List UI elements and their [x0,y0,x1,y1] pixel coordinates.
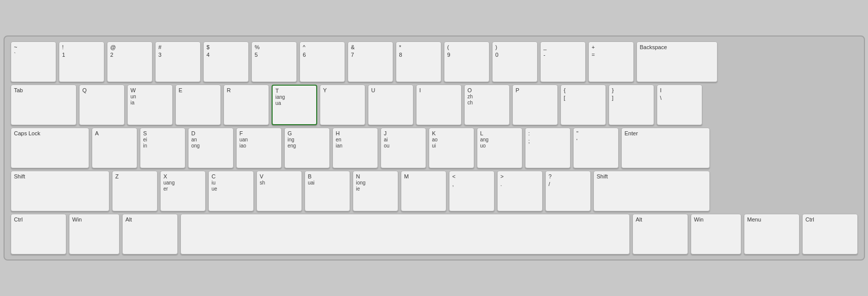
keyboard-row-row5: CtrlWinAltAltWinMenuCtrl [11,214,858,254]
key-0[interactable]: )0 [492,42,538,82]
key-tilde[interactable]: ~` [11,42,56,82]
key-ctrl-l[interactable]: Ctrl [11,214,66,254]
key-v[interactable]: Vsh [256,171,302,211]
keyboard-row-row1: ~`!1@2#3$4%5^6&7*8(9)0_-+=Backspace [11,42,858,82]
key-period[interactable]: >. [497,171,543,211]
key-alt-r[interactable]: Alt [632,214,688,254]
key-minus[interactable]: _- [540,42,586,82]
key-i[interactable]: I [416,85,462,125]
key-2[interactable]: @2 [107,42,153,82]
key-backspace[interactable]: Backspace [636,42,718,82]
key-d[interactable]: Dan ong [188,128,234,168]
key-r[interactable]: R [223,85,269,125]
key-t[interactable]: Tiang ua [272,85,317,125]
key-a[interactable]: A [92,128,137,168]
key-slash[interactable]: ?/ [545,171,591,211]
key-comma[interactable]: <, [449,171,495,211]
keyboard-row-row3: Caps LockASei inDan ongFuan iaoGing engH… [11,128,858,168]
key-equals[interactable]: += [588,42,634,82]
key-n[interactable]: Niong ie [353,171,398,211]
key-k[interactable]: Kao ui [429,128,474,168]
key-4[interactable]: $4 [203,42,249,82]
key-quote[interactable]: "' [573,128,619,168]
keyboard: ~`!1@2#3$4%5^6&7*8(9)0_-+=BackspaceTabQW… [4,35,865,261]
key-rbracket[interactable]: }] [609,85,654,125]
key-q[interactable]: Q [79,85,125,125]
keyboard-row-row2: TabQWun iaERTiang uaYUIOzh chP{[}]I\ [11,85,858,125]
key-m[interactable]: M [401,171,446,211]
key-o[interactable]: Ozh ch [464,85,510,125]
key-lbracket[interactable]: {[ [560,85,606,125]
key-backslash[interactable]: I\ [657,85,702,125]
key-win-l[interactable]: Win [69,214,120,254]
key-s[interactable]: Sei in [140,128,185,168]
key-w[interactable]: Wun ia [127,85,173,125]
key-p[interactable]: P [512,85,558,125]
key-z[interactable]: Z [112,171,158,211]
key-1[interactable]: !1 [59,42,104,82]
key-semicolon[interactable]: :; [525,128,571,168]
key-j[interactable]: Jai ou [381,128,426,168]
key-u[interactable]: U [368,85,413,125]
key-b[interactable]: Buai [305,171,350,211]
key-5[interactable]: %5 [251,42,297,82]
key-y[interactable]: Y [320,85,365,125]
key-8[interactable]: *8 [396,42,441,82]
key-shift-l[interactable]: Shift [11,171,109,211]
keyboard-row-row4: ShiftZXuang erCiu ueVshBuaiNiong ieM<,>.… [11,171,858,211]
key-capslock[interactable]: Caps Lock [11,128,89,168]
key-g[interactable]: Ging eng [284,128,330,168]
key-e[interactable]: E [175,85,221,125]
key-f[interactable]: Fuan iao [236,128,282,168]
key-tab[interactable]: Tab [11,85,77,125]
key-ctrl-r[interactable]: Ctrl [802,214,858,254]
key-6[interactable]: ^6 [299,42,345,82]
key-c[interactable]: Ciu ue [208,171,254,211]
key-h[interactable]: Hen ian [332,128,378,168]
key-win-r[interactable]: Win [691,214,741,254]
key-l[interactable]: Lang uo [477,128,522,168]
key-space[interactable] [180,214,630,254]
key-menu[interactable]: Menu [744,214,800,254]
key-alt-l[interactable]: Alt [122,214,178,254]
key-shift-r[interactable]: Shift [593,171,710,211]
key-9[interactable]: (9 [444,42,489,82]
key-3[interactable]: #3 [155,42,201,82]
key-7[interactable]: &7 [348,42,393,82]
key-enter[interactable]: Enter [621,128,710,168]
key-x[interactable]: Xuang er [160,171,206,211]
